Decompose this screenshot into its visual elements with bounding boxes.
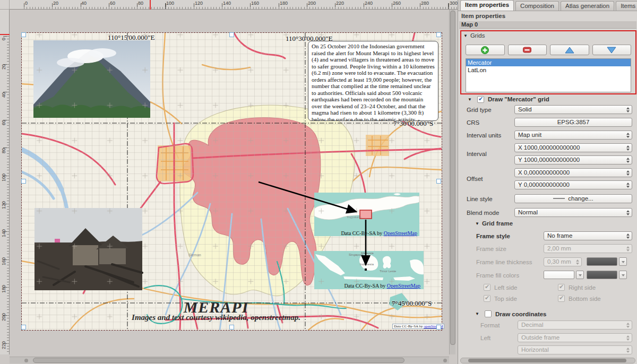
top-side-checkbox[interactable]	[484, 295, 490, 302]
selection-handle-se[interactable]	[436, 325, 441, 330]
canvas-horizontal-scrollbar[interactable]	[10, 357, 449, 363]
map-subtitle[interactable]: Images and text courtesy wikipedia, open…	[83, 313, 349, 322]
frame-size-spinbox[interactable]: 2,00 mm	[544, 244, 632, 253]
ruler-tick-label: 140	[1, 229, 6, 237]
ruler-tick-label: 300	[450, 1, 458, 6]
draw-grid-label: Draw "Mercator" grid	[488, 96, 549, 102]
frame-style-combo[interactable]: No frame	[544, 231, 632, 240]
coord-orientation-combo[interactable]: Horizontal	[518, 345, 632, 354]
tab-composition[interactable]: Composition	[515, 1, 559, 11]
coord-left-label: Left	[480, 335, 490, 341]
ruler-tick-label: 180	[280, 1, 288, 6]
frame-fill-color2-dropdown[interactable]	[619, 271, 627, 279]
blend-mode-combo[interactable]: Normal	[514, 208, 632, 217]
composer-canvas[interactable]: Yogyakarta Data CC-By-SA by OpenStreetMa…	[10, 10, 449, 354]
selection-handle-ne[interactable]	[436, 32, 441, 37]
ruler-tick-label: 20	[53, 1, 58, 6]
description-text-item[interactable]: On 25 October 2010 the Indonesian govern…	[308, 41, 438, 121]
qgis-composer-window: 0 20 40 60 80 100 120 140 160 180 200 22…	[0, 0, 637, 364]
frame-line-color-swatch[interactable]	[587, 257, 617, 266]
frame-style-label: Frame style	[476, 233, 510, 239]
selection-handle-n[interactable]	[229, 32, 234, 37]
frame-size-label: Frame size	[476, 246, 506, 252]
panel-horizontal-scrollbar[interactable]	[460, 358, 635, 363]
format-label: Format	[480, 322, 500, 328]
frame-fill-color1-dropdown[interactable]	[576, 271, 584, 279]
draw-grid-checkbox[interactable]	[477, 96, 484, 103]
ruler-tick-label: 40	[1, 92, 6, 98]
interval-label: Interval	[467, 151, 487, 157]
selection-handle-nw[interactable]	[21, 32, 26, 37]
interval-units-combo[interactable]: Map unit	[514, 131, 632, 140]
ruler-tick-label: 60	[110, 1, 115, 6]
ruler-tick-label: 40	[81, 1, 87, 6]
ruler-tick-label: 100	[1, 174, 6, 181]
format-combo[interactable]: Decimal	[518, 320, 632, 330]
frame-line-color-dropdown[interactable]	[619, 257, 627, 266]
ruler-tick-label: 240	[365, 1, 373, 6]
canvas-vertical-scrollbar[interactable]	[449, 10, 455, 354]
panel-title: Item properties	[461, 13, 505, 19]
panel-tabbar: Item properties Composition Atlas genera…	[458, 0, 637, 11]
place-label-sleman: Sleman	[188, 253, 201, 257]
left-side-checkbox[interactable]	[484, 284, 490, 291]
ruler-tick-label: 280	[421, 1, 429, 6]
grid-frame-section-header[interactable]: ▼Grid frame	[475, 220, 513, 227]
selection-handle-sw[interactable]	[21, 325, 26, 330]
draw-grid-section-header[interactable]: ▼	[468, 96, 475, 102]
lat-grid-label-2: 7°45'00.000"S	[392, 299, 432, 308]
ruler-tick-label: 120	[1, 201, 6, 209]
grid-type-label: Grid type	[467, 107, 492, 113]
tab-item-properties[interactable]: Item properties	[460, 0, 514, 11]
ruler-tick-label: 80	[1, 148, 6, 153]
ruler-tick-label: 120	[195, 1, 203, 6]
ruler-tick-label: 0	[25, 1, 28, 6]
cursor-position-marker	[0, 34, 10, 35]
frame-line-thickness-label: Frame line thickness	[476, 259, 532, 265]
line-style-button[interactable]: change...	[514, 194, 632, 203]
draw-coordinates-checkbox[interactable]	[485, 310, 492, 317]
tab-items[interactable]: Items	[616, 1, 637, 11]
interval-x-spinbox[interactable]: X 1000,000000000000	[514, 143, 632, 152]
left-side-label: Left side	[494, 284, 517, 291]
grid-type-combo[interactable]: Solid	[514, 105, 632, 114]
ruler-horizontal: 0 20 40 60 80 100 120 140 160 180 200 22…	[10, 0, 458, 10]
interval-y-spinbox[interactable]: Y 1000,000000000000	[514, 155, 632, 164]
ruler-tick-label: 180	[1, 285, 6, 293]
item-label: Map 0	[459, 21, 636, 29]
ruler-tick-label: 260	[393, 1, 401, 6]
ruler-tick-label: 80	[138, 1, 143, 6]
lat-grid-label-1: 7°30'00.000"S	[393, 119, 433, 128]
frame-fill-color1-swatch[interactable]	[544, 271, 574, 279]
crs-label: CRS	[467, 119, 479, 126]
draw-coordinates-section-header[interactable]: ▼	[475, 310, 482, 317]
ruler-vertical: 0 20 40 60 80 100 120 140 160 180 200 22…	[0, 10, 10, 354]
ruler-tick-label: 160	[1, 257, 6, 265]
interval-units-label: Interval units	[467, 132, 501, 138]
bottom-side-checkbox[interactable]	[558, 295, 565, 302]
composition-page-map-item[interactable]: Yogyakarta Data CC-By-SA by OpenStreetMa…	[22, 33, 442, 330]
frame-fill-color2-swatch[interactable]	[587, 271, 617, 279]
item-properties-panel: Item properties Composition Atlas genera…	[458, 0, 637, 364]
offset-y-spinbox[interactable]: Y 0,000000000000	[514, 180, 632, 189]
lon-grid-label-1: 110°15'00.000"E	[108, 33, 155, 42]
right-side-checkbox[interactable]	[558, 284, 565, 291]
frame-line-thickness-spinbox[interactable]: 0,30 mm	[544, 257, 582, 266]
coord-left-combo[interactable]: Outside frame	[518, 333, 632, 342]
right-side-label: Right side	[569, 284, 596, 291]
cursor-position-marker	[150, 0, 151, 10]
tab-atlas-generation[interactable]: Atlas generation	[561, 1, 614, 11]
top-side-label: Top side	[494, 296, 517, 302]
ruler-tick-label: 0	[1, 38, 6, 40]
ruler-tick-label: 20	[1, 64, 6, 70]
ruler-tick-label: 100	[166, 1, 174, 6]
selection-handle-s[interactable]	[229, 325, 234, 330]
selection-handle-w[interactable]	[21, 179, 26, 184]
selection-handle-e[interactable]	[436, 179, 441, 184]
offset-x-spinbox[interactable]: X 0,000000000000	[514, 168, 632, 177]
crs-button[interactable]: EPSG:3857	[514, 118, 632, 127]
lon-grid-label-2: 110°30'00.000"E	[286, 34, 333, 43]
blend-mode-label: Blend mode	[467, 210, 499, 216]
ruler-tick-label: 140	[223, 1, 231, 6]
ruler-tick-label: 200	[308, 1, 316, 6]
